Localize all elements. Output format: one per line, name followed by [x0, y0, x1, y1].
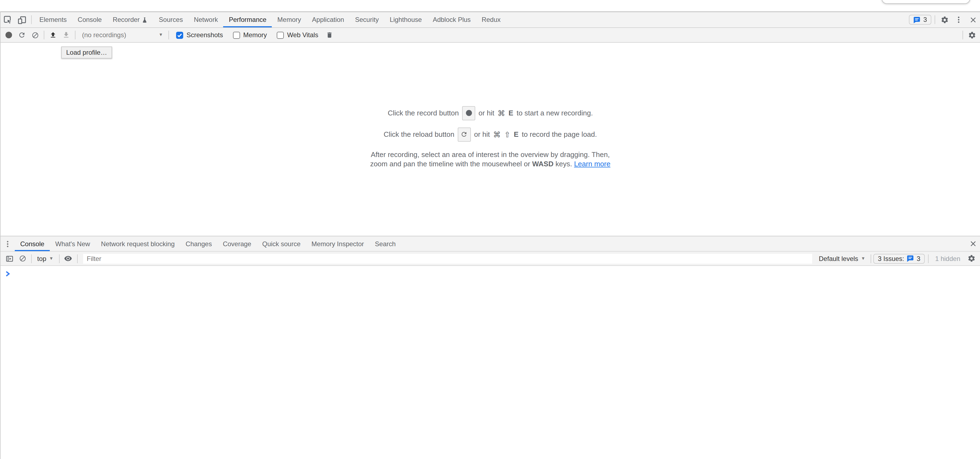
issues-bubble-icon [913, 16, 921, 23]
drawer-tab-console[interactable]: Console [15, 236, 50, 251]
tab-elements[interactable]: Elements [34, 12, 72, 27]
reload-icon [18, 31, 26, 39]
record-button-illustration[interactable] [462, 106, 475, 120]
tab-recorder[interactable]: Recorder [107, 12, 153, 27]
drawer-tab-search[interactable]: Search [369, 236, 401, 251]
clear-block-icon [32, 32, 38, 38]
create-live-expression-button[interactable] [62, 252, 75, 265]
e-key: E [509, 109, 513, 117]
record-icon [466, 110, 472, 116]
drawer-tab-quick-source[interactable]: Quick source [257, 236, 306, 251]
chevron-down-icon: ▼ [159, 33, 163, 37]
tab-network[interactable]: Network [188, 12, 223, 27]
record-icon [5, 32, 12, 38]
divider [75, 30, 75, 39]
performance-toolbar: (no recordings) ▼ Screenshots Memory [0, 28, 980, 43]
reload-instruction-row: Click the reload button or hit ⌘ ⇧ E to … [370, 127, 611, 142]
eye-icon [64, 254, 72, 263]
devtools-window: Elements Console Recorder Sources Networ… [0, 0, 980, 459]
issues-counter-button[interactable]: 3 [909, 15, 931, 25]
drawer-tabbar-spacer [401, 236, 966, 251]
drawer-tab-whats-new[interactable]: What's New [50, 236, 95, 251]
learn-more-link[interactable]: Learn more [574, 159, 610, 168]
tab-application[interactable]: Application [307, 12, 350, 27]
console-prompt-chevron-icon [5, 271, 10, 277]
gear-icon [968, 31, 976, 39]
hidden-messages-label: 1 hidden [931, 255, 965, 262]
clear-block-icon [19, 255, 26, 262]
log-levels-dropdown[interactable]: Default levels ▼ [816, 255, 869, 262]
tab-performance[interactable]: Performance [223, 12, 272, 27]
console-messages-area[interactable] [0, 266, 980, 459]
tab-memory[interactable]: Memory [272, 12, 307, 27]
tab-adblock-plus[interactable]: Adblock Plus [427, 12, 476, 27]
reload-icon [461, 131, 468, 138]
drawer-menu-button[interactable] [0, 237, 15, 250]
reload-and-record-button[interactable] [15, 29, 29, 41]
divider [31, 254, 32, 263]
divider [31, 15, 32, 24]
checkbox-box [176, 32, 183, 38]
divider [963, 30, 963, 39]
console-toolbar: top ▼ Default levels ▼ 3 Issues: [0, 252, 980, 266]
web-vitals-checkbox[interactable]: Web Vitals [277, 31, 318, 39]
clear-button[interactable] [29, 29, 41, 41]
memory-checkbox[interactable]: Memory [233, 31, 267, 39]
empty-state-instructions: Click the record button or hit ⌘ E to st… [370, 106, 611, 168]
drawer-tab-network-request-blocking[interactable]: Network request blocking [95, 236, 180, 251]
close-devtools-button[interactable] [966, 13, 980, 26]
command-key-symbol: ⌘ [493, 130, 501, 139]
gear-icon [940, 16, 948, 24]
javascript-context-dropdown[interactable]: top ▼ [34, 255, 57, 262]
load-profile-button[interactable] [46, 29, 60, 41]
command-key-symbol: ⌘ [498, 108, 505, 117]
drawer-tab-memory-inspector[interactable]: Memory Inspector [306, 236, 369, 251]
save-profile-button[interactable] [60, 29, 73, 41]
more-options-button[interactable] [951, 13, 966, 26]
divider [169, 30, 169, 39]
close-icon [969, 240, 977, 247]
chevron-down-icon: ▼ [49, 256, 53, 261]
inspect-element-button[interactable] [0, 13, 15, 26]
gear-icon [967, 254, 975, 263]
inspect-cursor-icon [3, 15, 12, 24]
tab-security[interactable]: Security [350, 12, 384, 27]
console-prompt[interactable] [0, 266, 980, 278]
record-instruction-row: Click the record button or hit ⌘ E to st… [370, 106, 611, 120]
kebab-menu-icon [955, 16, 963, 24]
checkbox-box [277, 32, 284, 38]
reload-button-illustration[interactable] [458, 127, 471, 142]
tab-redux[interactable]: Redux [476, 12, 506, 27]
console-settings-button[interactable] [965, 252, 978, 265]
settings-button[interactable] [937, 13, 951, 26]
browser-top-strip [0, 0, 980, 11]
checkbox-box [233, 32, 240, 38]
capture-settings-button[interactable] [965, 29, 978, 41]
tab-console[interactable]: Console [72, 12, 107, 27]
record-button[interactable] [2, 29, 15, 41]
screenshots-checkbox[interactable]: Screenshots [176, 31, 223, 39]
console-sidebar-icon [5, 255, 13, 262]
divider [44, 30, 44, 39]
trash-icon [326, 31, 333, 39]
after-recording-paragraph: After recording, select an area of inter… [370, 150, 611, 168]
clear-console-button[interactable] [16, 252, 29, 265]
divider [870, 254, 871, 263]
main-tabbar: Elements Console Recorder Sources Networ… [0, 11, 980, 28]
close-drawer-button[interactable] [966, 237, 980, 250]
show-console-sidebar-button[interactable] [3, 252, 16, 265]
recordings-dropdown[interactable]: (no recordings) ▼ [78, 30, 166, 40]
tab-sources[interactable]: Sources [153, 12, 188, 27]
drawer-tab-coverage[interactable]: Coverage [217, 236, 257, 251]
console-filter-input[interactable] [83, 253, 812, 263]
kebab-menu-icon [4, 240, 11, 247]
tab-lighthouse[interactable]: Lighthouse [384, 12, 427, 27]
close-icon [969, 16, 977, 23]
drawer-tab-changes[interactable]: Changes [180, 236, 217, 251]
console-issues-button[interactable]: 3 Issues: 3 [873, 253, 924, 263]
performance-panel-content: Load profile… Click the record button or… [0, 43, 980, 236]
device-toolbar-button[interactable] [15, 13, 29, 26]
drawer-tabbar: Console What's New Network request block… [0, 236, 980, 252]
collect-garbage-button[interactable] [323, 29, 336, 41]
download-icon [62, 31, 70, 39]
